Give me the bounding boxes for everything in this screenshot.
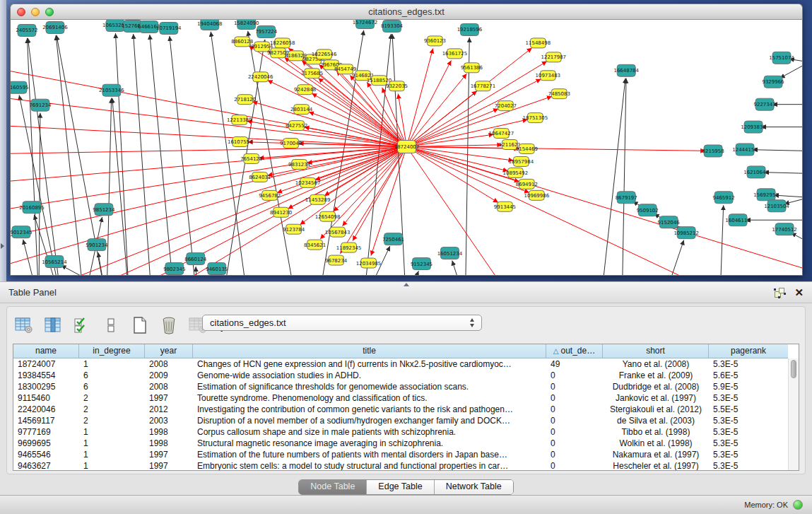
table-row[interactable]: 969969511998Structural magnetic resonanc…	[13, 438, 788, 449]
scrollbar-thumb[interactable]	[791, 360, 796, 378]
zoom-button[interactable]	[45, 8, 54, 16]
graph-edge[interactable]	[406, 147, 498, 203]
graph-edge[interactable]	[320, 147, 406, 240]
table-select-dropdown[interactable]: citations_edges.txt	[202, 315, 482, 331]
graph-node[interactable]: 9460135	[206, 263, 228, 275]
graph-node[interactable]: 9227343	[754, 98, 776, 110]
graph-node[interactable]: 16210643	[743, 166, 769, 178]
graph-node[interactable]: 2160595	[11, 81, 29, 93]
minimize-button[interactable]	[31, 8, 40, 16]
graph-node[interactable]: 9242848	[294, 85, 316, 95]
table-row[interactable]: 977716911998Corpus callosum shape and si…	[13, 426, 788, 438]
close-button[interactable]	[17, 8, 25, 16]
graph-node[interactable]: 18957984	[509, 156, 534, 166]
table-row[interactable]: 2242004622012Investigating the contribut…	[13, 404, 788, 415]
select-column-icon[interactable]	[42, 314, 64, 337]
graph-edge[interactable]	[663, 240, 683, 275]
graph-edge[interactable]	[406, 74, 466, 146]
graph-edge[interactable]	[406, 49, 433, 147]
graph-node[interactable]: 2405572	[16, 24, 37, 36]
graph-node[interactable]: 12654098	[315, 211, 341, 221]
graph-node[interactable]: 10985212	[673, 227, 699, 239]
graph-node[interactable]: 9152046	[658, 216, 680, 228]
graph-edge[interactable]	[406, 109, 498, 147]
graph-edge[interactable]	[268, 81, 407, 147]
graph-node[interactable]: 9456782	[259, 190, 281, 200]
graph-node[interactable]: 18226058	[270, 38, 295, 48]
graph-edge[interactable]	[465, 37, 469, 275]
graph-node[interactable]: 16051234	[437, 247, 463, 259]
graph-edge[interactable]	[11, 98, 406, 147]
graph-node[interactable]: 15824090	[234, 20, 259, 29]
table-row[interactable]: 1872400712008Changes of HCN gene express…	[13, 358, 788, 370]
graph-edge[interactable]	[622, 78, 626, 275]
table-row[interactable]: 946554611997Estimation of the future num…	[13, 449, 788, 460]
table-scrollbar[interactable]	[788, 358, 799, 470]
graph-edge[interactable]	[56, 35, 84, 275]
graph-edge[interactable]	[406, 62, 546, 147]
select-rows-icon[interactable]	[71, 314, 93, 337]
graph-edge[interactable]	[780, 62, 802, 78]
graph-node[interactable]: 7485083	[548, 89, 570, 99]
graph-node[interactable]: 10565214	[42, 256, 67, 268]
graph-edge[interactable]	[211, 32, 247, 275]
table-row[interactable]: 946362711997Embryonic stem cells: a mode…	[13, 460, 788, 470]
graph-node[interactable]: 10973483	[536, 71, 561, 81]
column-header-out_degree[interactable]: △out_de…	[546, 344, 603, 358]
graph-edge[interactable]	[406, 147, 507, 171]
graph-edge[interactable]	[312, 93, 406, 146]
graph-node[interactable]: 7250461	[382, 233, 404, 245]
graph-edge[interactable]	[32, 147, 407, 275]
graph-node[interactable]: 9329966	[762, 76, 784, 88]
graph-node[interactable]: 8941230	[270, 207, 292, 217]
graph-node[interactable]: 16361725	[442, 49, 468, 59]
tab-node-table[interactable]: Node Table	[299, 480, 367, 494]
graph-node[interactable]: 16778271	[471, 81, 496, 91]
graph-edge[interactable]	[170, 36, 197, 275]
graph-node[interactable]: 12034985	[356, 258, 382, 268]
memory-status-indicator[interactable]	[793, 500, 803, 510]
graph-node[interactable]: 10567843	[325, 227, 351, 237]
column-header-year[interactable]: year	[145, 344, 193, 358]
new-document-icon[interactable]	[129, 314, 151, 337]
graph-node[interactable]: 9851234	[93, 204, 115, 216]
graph-node[interactable]: 16046112	[725, 214, 751, 226]
tab-edge-table[interactable]: Edge Table	[367, 480, 434, 494]
graph-node[interactable]: 8345621	[304, 240, 326, 250]
graph-edge[interactable]	[115, 33, 129, 275]
graph-node[interactable]: 12217987	[541, 52, 567, 62]
graph-edge[interactable]	[406, 147, 513, 161]
float-window-icon[interactable]	[775, 288, 785, 298]
graph-edge[interactable]	[720, 205, 724, 275]
graph-node[interactable]: 11548498	[526, 38, 551, 48]
graph-node[interactable]: 11453289	[305, 194, 331, 204]
graph-node[interactable]: 10647427	[489, 129, 514, 139]
graph-node[interactable]: 8215958	[702, 145, 724, 157]
graph-node[interactable]: 7691234	[29, 99, 52, 111]
graph-node[interactable]: 9465912	[713, 192, 735, 204]
graph-node[interactable]: 8694912	[516, 179, 538, 189]
graph-node[interactable]: 9012345	[11, 226, 33, 238]
graph-edge[interactable]	[406, 147, 705, 151]
graph-node[interactable]: 18751305	[523, 113, 548, 123]
graph-edge[interactable]	[107, 98, 112, 275]
table-row[interactable]: 1830029562008Estimation of significance …	[13, 381, 788, 392]
graph-node[interactable]: 10719194	[156, 22, 182, 34]
graph-edge[interactable]	[150, 35, 175, 275]
graph-node[interactable]: 8193304	[381, 20, 404, 32]
column-header-name[interactable]: name	[13, 344, 79, 358]
graph-node[interactable]: 9360123	[424, 36, 446, 46]
graph-node[interactable]: 7204027	[495, 101, 517, 111]
graph-node[interactable]: 17740512	[772, 223, 797, 235]
graph-node[interactable]: 9561386	[461, 63, 483, 73]
graph-node[interactable]: 7957224	[255, 25, 278, 37]
graph-node[interactable]: 12103504	[764, 200, 789, 212]
column-header-short[interactable]: short	[603, 344, 709, 358]
graph-node[interactable]: 2803144	[290, 105, 313, 115]
graph-node[interactable]: 9509102	[637, 204, 659, 216]
graph-edge[interactable]	[134, 34, 152, 275]
graph-node[interactable]: 11892345	[336, 243, 362, 252]
graph-node[interactable]: 10895492	[503, 168, 529, 177]
graph-node[interactable]: 3175685	[301, 69, 323, 78]
left-panel-splitter[interactable]	[0, 0, 6, 281]
